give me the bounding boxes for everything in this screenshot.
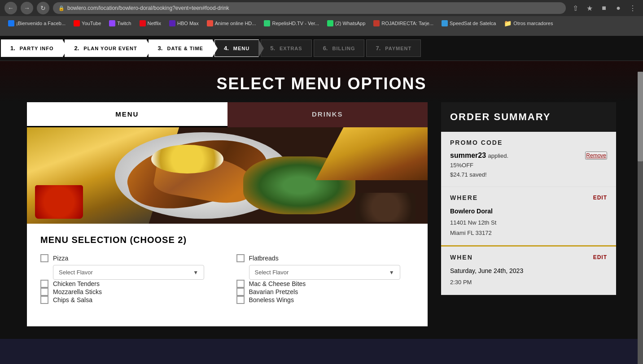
bookmark-rojadirecta[interactable]: ROJADIRECTA: Tarje... — [370, 19, 437, 27]
where-edit-button[interactable]: EDIT — [593, 195, 607, 201]
step-7-num: 7. — [376, 45, 381, 52]
step-3-num: 3. — [158, 45, 163, 52]
profile-icon[interactable]: ● — [612, 2, 624, 14]
pretzels-label: Bavarian Pretzels — [249, 288, 298, 295]
bookmark-youtube[interactable]: YouTube — [70, 19, 105, 27]
remove-promo-button[interactable]: Remove — [585, 152, 607, 160]
bookmark-netflix[interactable]: Netflix — [136, 19, 165, 27]
flatbreads-checkbox[interactable] — [236, 254, 245, 262]
scrollbar[interactable] — [638, 72, 643, 364]
menu-selection-area: MENU SELECTION (CHOOSE 2) Pizza Select F… — [27, 224, 428, 315]
food-photo — [27, 127, 428, 224]
chicken-checkbox[interactable] — [40, 280, 48, 288]
bookmark-repelis[interactable]: RepelisHD.TV - Ver... — [260, 19, 323, 27]
page-title: SELECT MENU OPTIONS — [0, 74, 643, 93]
step-3-arrow — [212, 39, 218, 57]
when-info: Saturday, June 24th, 2023 2:30 PM — [450, 265, 607, 287]
scrollbar-thumb[interactable] — [638, 72, 643, 161]
tab-menu[interactable]: MENU — [27, 102, 227, 127]
when-edit-button[interactable]: EDIT — [593, 254, 607, 260]
wings-check-row: Boneless Wings — [236, 296, 415, 304]
promo-saved: $24.71 saved! — [450, 171, 487, 178]
when-time: 2:30 PM — [450, 277, 607, 287]
right-panel: ORDER SUMMARY PROMO CODE summer23 applie… — [441, 102, 616, 326]
pizza-check-row: Pizza — [40, 254, 219, 262]
menu-col-2: Flatbreads Select Flavor ▼ Mac & Ch — [236, 254, 415, 304]
url-text: bowlero.com/location/bowlero-doral/booki… — [67, 5, 229, 11]
promo-code-title: PROMO CODE — [450, 139, 607, 146]
extensions-icon[interactable]: ■ — [598, 2, 610, 14]
bookmark-others[interactable]: 📁 Otros marcadores — [500, 19, 556, 28]
step-2-num: 2. — [74, 45, 79, 52]
step-5-num: 5. — [270, 45, 275, 52]
location-name: Bowlero Doral — [450, 206, 607, 217]
location-info: Bowlero Doral 11401 Nw 12th St Miami FL … — [450, 206, 607, 238]
bookmark-whatsapp[interactable]: (2) WhatsApp — [324, 19, 369, 27]
menu-item-flatbreads: Flatbreads Select Flavor ▼ — [236, 254, 415, 280]
bookmark-icon[interactable]: ★ — [584, 2, 595, 14]
forward-button[interactable]: → — [21, 2, 33, 14]
step-date-time[interactable]: 3. DATE & TIME — [149, 39, 213, 57]
step-party-info[interactable]: 1. PARTY INFO — [1, 39, 63, 57]
where-title: WHERE — [450, 194, 478, 201]
back-button[interactable]: ← — [4, 2, 17, 14]
bookmarks-bar: ¡Bienvenido a Faceb... YouTube Twitch Ne… — [0, 16, 643, 30]
tab-drinks[interactable]: DRINKS — [227, 102, 428, 127]
step-extras[interactable]: 5. EXTRAS — [261, 39, 311, 57]
menu-item-pizza: Pizza Select Flavor ▼ — [40, 254, 219, 280]
pizza-flavor-text: Select Flavor — [59, 269, 93, 276]
address-bar[interactable]: 🔒 bowlero.com/location/bowlero-doral/boo… — [53, 2, 566, 14]
step-billing[interactable]: 6. BILLING — [314, 39, 365, 57]
step-payment[interactable]: 7. PAYMENT — [366, 39, 421, 57]
flatbreads-label: Flatbreads — [249, 255, 279, 262]
step-1-label: PARTY INFO — [20, 46, 54, 51]
menu-grid: Pizza Select Flavor ▼ Chicken Tende — [40, 254, 414, 304]
main-area: 1. PARTY INFO 2. PLAN YOUR EVENT 3. DATE… — [0, 36, 643, 339]
bookmark-facebook[interactable]: ¡Bienvenido a Faceb... — [4, 19, 69, 27]
folder-icon: 📁 — [504, 20, 512, 27]
youtube-icon — [74, 20, 80, 26]
share-icon[interactable]: ⇧ — [569, 2, 581, 14]
chips-label: Chips & Salsa — [53, 296, 92, 303]
menu-tabs: MENU DRINKS — [27, 102, 428, 127]
menu-item-mozzarella: Mozzarella Sticks — [40, 288, 219, 296]
food-image — [27, 127, 428, 224]
mac-cheese-check-row: Mac & Cheese Bites — [236, 280, 415, 288]
order-summary-title: ORDER SUMMARY — [450, 111, 551, 122]
hbo-icon — [169, 20, 175, 26]
left-panel: MENU DRINKS — [27, 102, 428, 326]
anime-icon — [207, 20, 213, 26]
mac-cheese-checkbox[interactable] — [236, 280, 245, 288]
step-4-num: 4. — [224, 45, 229, 52]
mozzarella-checkbox[interactable] — [40, 288, 48, 296]
wings-checkbox[interactable] — [236, 296, 245, 304]
pizza-checkbox[interactable] — [40, 254, 48, 262]
mozzarella-label: Mozzarella Sticks — [53, 288, 102, 295]
rojadirecta-icon — [373, 20, 380, 26]
bookmark-twitch[interactable]: Twitch — [105, 19, 135, 27]
bookmark-hbo[interactable]: HBO Max — [166, 19, 202, 27]
menu-item-chips: Chips & Salsa — [40, 296, 219, 304]
order-summary: ORDER SUMMARY PROMO CODE summer23 applie… — [441, 102, 616, 295]
flatbreads-flavor-select[interactable]: Select Flavor ▼ — [249, 265, 400, 280]
chicken-label: Chicken Tenders — [53, 280, 100, 287]
chips-checkbox[interactable] — [40, 296, 48, 304]
bookmark-anime[interactable]: Anime online HD... — [203, 19, 260, 27]
chips-check-row: Chips & Salsa — [40, 296, 219, 304]
pizza-flavor-select[interactable]: Select Flavor ▼ — [53, 265, 204, 280]
step-2-label: PLAN YOUR EVENT — [83, 46, 137, 51]
step-plan-event[interactable]: 2. PLAN YOUR EVENT — [65, 39, 146, 57]
step-7-label: PAYMENT — [385, 46, 411, 51]
pizza-flavor-arrow: ▼ — [193, 269, 198, 276]
step-6-num: 6. — [323, 45, 328, 52]
step-1-num: 1. — [10, 45, 15, 52]
step-4-label: MENU — [233, 46, 249, 51]
refresh-button[interactable]: ↻ — [37, 2, 49, 14]
bookmark-speedsat[interactable]: SpeedSat de Satelca — [438, 19, 499, 27]
pretzels-check-row: Bavarian Pretzels — [236, 288, 415, 296]
step-menu[interactable]: 4. MENU — [214, 39, 259, 57]
menu-icon[interactable]: ⋮ — [627, 2, 639, 14]
content-layout: MENU DRINKS — [0, 102, 643, 326]
mozzarella-check-row: Mozzarella Sticks — [40, 288, 219, 296]
pretzels-checkbox[interactable] — [236, 288, 245, 296]
